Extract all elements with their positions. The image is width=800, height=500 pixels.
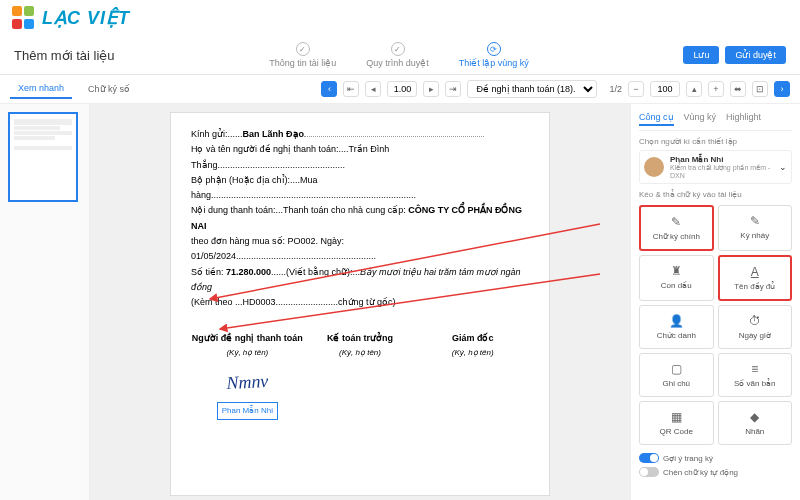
sig-accountant: Kế toán trưởng (Ký, họ tên): [304, 331, 417, 420]
tool-icon: ≡: [751, 362, 758, 376]
tool-số-văn-bản[interactable]: ≡Số văn bản: [718, 353, 793, 397]
tool-icon: 👤: [669, 314, 684, 328]
tool-con-dấu[interactable]: ♜Con dấu: [639, 255, 714, 301]
tab-sign-setup[interactable]: ⟳Thiết lập vùng ký: [459, 42, 529, 68]
chevron-down-icon: ⌄: [779, 162, 787, 172]
tool-icon: A: [751, 265, 759, 279]
fit-width-button[interactable]: ⬌: [730, 81, 746, 97]
signature-image[interactable]: Nmnv: [190, 365, 304, 401]
brand-bar: LẠC VIỆT: [0, 0, 800, 36]
tool-nhãn[interactable]: ◆Nhãn: [718, 401, 793, 445]
tool-ngày-giờ[interactable]: ⏱Ngày giờ: [718, 305, 793, 349]
tool-ghi-chú[interactable]: ▢Ghi chú: [639, 353, 714, 397]
sig-director: Giám đốc (Ký, họ tên): [416, 331, 529, 420]
side-tabs: Công cụ Vùng ký Highlight: [639, 110, 792, 131]
zoom-input[interactable]: [650, 81, 680, 97]
brand-text: LẠC VIỆT: [42, 7, 130, 29]
signature-row: Người đề nghị thanh toán (Ký, họ tên) Nm…: [191, 331, 529, 420]
zoom-out-button[interactable]: −: [628, 81, 644, 97]
tool-icon: ✎: [671, 215, 681, 229]
page-thumbnail[interactable]: [8, 112, 78, 202]
page-input[interactable]: [387, 81, 417, 97]
page-info: 1/2: [609, 84, 622, 94]
toggle-auto-insert[interactable]: Chèn chữ ký tự động: [639, 467, 792, 477]
doc-toolbar: ‹ ⇤ ◂ ▸ ⇥ Đề nghị thanh toán (18).... 1/…: [321, 80, 790, 98]
last-page-button[interactable]: ⇥: [445, 81, 461, 97]
signer-name-box[interactable]: Phan Mẫn Nhi: [217, 402, 278, 420]
header: Thêm mới tài liệu ✓Thông tin tài liệu ✓Q…: [0, 36, 800, 75]
save-button[interactable]: Lưu: [683, 46, 719, 64]
tool-chữ-ký-chính[interactable]: ✎Chữ ký chính: [639, 205, 714, 251]
subtab-digital-sig[interactable]: Chữ ký số: [80, 80, 138, 98]
doc-select[interactable]: Đề nghị thanh toán (18)....: [467, 80, 597, 98]
toggles: Gợi ý trang ký Chèn chữ ký tự động: [639, 453, 792, 477]
avatar: [644, 157, 664, 177]
signer-select[interactable]: Phan Mẫn Nhi Kiểm tra chất lượng phần mề…: [639, 150, 792, 184]
tool-icon: ⏱: [749, 314, 761, 328]
sub-header: Xem nhanh Chữ ký số ‹ ⇤ ◂ ▸ ⇥ Đề nghị th…: [0, 75, 800, 104]
side-tab-zones[interactable]: Vùng ký: [684, 110, 717, 126]
header-tabs: ✓Thông tin tài liệu ✓Quy trình duyệt ⟳Th…: [269, 42, 529, 68]
tool-icon: ▢: [671, 362, 682, 376]
zoom-up-button[interactable]: ▴: [686, 81, 702, 97]
drag-label: Kéo & thả chữ ký vào tài liệu: [639, 190, 792, 199]
side-tab-highlight[interactable]: Highlight: [726, 110, 761, 126]
main: Kính gửi:......Ban Lãnh Đạo Họ và tên ng…: [0, 104, 800, 500]
next-page-button[interactable]: ▸: [423, 81, 439, 97]
tool-qr-code[interactable]: ▦QR Code: [639, 401, 714, 445]
page-title: Thêm mới tài liệu: [14, 48, 115, 63]
subtab-preview[interactable]: Xem nhanh: [10, 79, 72, 99]
zoom-in-button[interactable]: +: [708, 81, 724, 97]
tool-chức-danh[interactable]: 👤Chức danh: [639, 305, 714, 349]
tool-tên-đầy-đủ[interactable]: ATên đầy đủ: [718, 255, 793, 301]
first-page-button[interactable]: ⇤: [343, 81, 359, 97]
signer-select-label: Chọn người kí cần thiết lập: [639, 137, 792, 146]
brand-logo: [12, 6, 36, 30]
tool-ký-nháy[interactable]: ✎Ký nháy: [718, 205, 793, 251]
side-panel: Công cụ Vùng ký Highlight Chọn người kí …: [630, 104, 800, 500]
document-page: Kính gửi:......Ban Lãnh Đạo Họ và tên ng…: [170, 112, 550, 496]
thumbnail-panel: [0, 104, 90, 500]
side-tab-tools[interactable]: Công cụ: [639, 110, 674, 126]
tools-grid: ✎Chữ ký chính✎Ký nháy♜Con dấuATên đầy đủ…: [639, 205, 792, 445]
prev-doc-button[interactable]: ‹: [321, 81, 337, 97]
header-buttons: Lưu Gửi duyệt: [683, 46, 786, 64]
prev-page-button[interactable]: ◂: [365, 81, 381, 97]
tool-icon: ▦: [671, 410, 682, 424]
tool-icon: ◆: [750, 410, 759, 424]
toggle-suggest[interactable]: Gợi ý trang ký: [639, 453, 792, 463]
fit-page-button[interactable]: ⊡: [752, 81, 768, 97]
tool-icon: ♜: [671, 264, 682, 278]
tool-icon: ✎: [750, 214, 760, 228]
sig-requester: Người đề nghị thanh toán (Ký, họ tên) Nm…: [191, 331, 304, 420]
next-doc-button[interactable]: ›: [774, 81, 790, 97]
tab-process[interactable]: ✓Quy trình duyệt: [366, 42, 429, 68]
document-viewport[interactable]: Kính gửi:......Ban Lãnh Đạo Họ và tên ng…: [90, 104, 630, 500]
tab-info[interactable]: ✓Thông tin tài liệu: [269, 42, 336, 68]
submit-button[interactable]: Gửi duyệt: [725, 46, 786, 64]
